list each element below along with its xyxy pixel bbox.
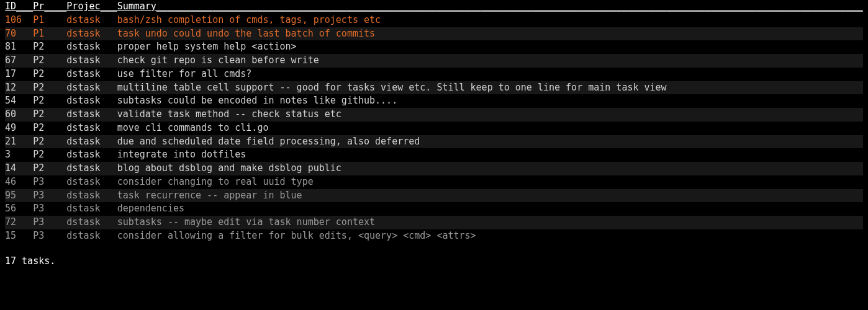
cell-project: dstask [66, 41, 117, 52]
cell-pr: P2 [33, 122, 66, 133]
cell-project: dstask [66, 55, 117, 66]
cell-pr: P2 [33, 82, 66, 93]
table-row[interactable]: 17 P2 dstask use filter for all cmds? [5, 68, 863, 81]
cell-project: dstask [66, 230, 117, 241]
cell-project: dstask [66, 14, 117, 25]
cell-summary: check git repo is clean before write [117, 55, 319, 66]
cell-pr: P3 [33, 203, 66, 214]
cell-pr: P2 [33, 95, 66, 106]
task-list: 106 P1 dstask bash/zsh completion of cmd… [5, 14, 863, 243]
table-row[interactable]: 56 P3 dstask dependencies [5, 202, 863, 216]
table-row[interactable]: 72 P3 dstask subtasks -- maybe edit via … [5, 216, 863, 229]
cell-pr: P2 [33, 136, 66, 147]
cell-pr: P2 [33, 149, 66, 160]
cell-project: dstask [66, 176, 117, 187]
cell-project: dstask [66, 162, 117, 174]
cell-pr: P3 [33, 230, 66, 241]
cell-summary: move cli commands to cli.go [117, 122, 269, 133]
cell-id: 67 [5, 55, 33, 66]
cell-summary: task recurrence -- appear in blue [117, 190, 302, 201]
table-row[interactable]: 95 P3 dstask task recurrence -- appear i… [5, 189, 863, 203]
cell-summary: task undo could undo the last batch of c… [117, 28, 375, 39]
cell-summary: validate task method -- check status etc [117, 108, 341, 120]
cell-id: 46 [5, 176, 33, 187]
table-row[interactable]: 3 P2 dstask integrate into dotfiles [5, 148, 863, 162]
table-row[interactable]: 12 P2 dstask multiline table cell suppor… [5, 81, 863, 95]
table-header: ID___Pr____Projec___Summary_____________… [5, 0, 863, 14]
cell-id: 106 [5, 14, 33, 25]
cell-id: 17 [5, 68, 33, 79]
cell-id: 70 [5, 28, 33, 39]
table-row[interactable]: 21 P2 dstask due and scheduled date fiel… [5, 135, 863, 149]
table-row[interactable]: 106 P1 dstask bash/zsh completion of cmd… [5, 14, 863, 27]
cell-project: dstask [66, 216, 117, 228]
cell-id: 54 [5, 95, 33, 106]
cell-summary: bash/zsh completion of cmds, tags, proje… [117, 14, 381, 25]
col-id: ID [5, 1, 16, 12]
cell-id: 12 [5, 82, 33, 93]
cell-pr: P3 [33, 216, 66, 228]
cell-id: 81 [5, 41, 33, 52]
table-row[interactable]: 14 P2 dstask blog about dsblog and make … [5, 162, 863, 175]
cell-pr: P2 [33, 41, 66, 52]
cell-summary: consider changing to real uuid type [117, 176, 314, 187]
cell-pr: P2 [33, 108, 66, 120]
cell-summary: dependencies [117, 203, 184, 214]
cell-project: dstask [66, 203, 117, 214]
table-row[interactable]: 54 P2 dstask subtasks could be encoded i… [5, 94, 863, 108]
table-row[interactable]: 49 P2 dstask move cli commands to cli.go [5, 122, 863, 135]
cell-id: 14 [5, 162, 33, 174]
table-row[interactable]: 81 P2 dstask proper help system help <ac… [5, 40, 863, 54]
col-pr: Pr [33, 1, 44, 12]
cell-pr: P2 [33, 162, 66, 174]
cell-summary: use filter for all cmds? [117, 68, 252, 79]
cell-project: dstask [66, 108, 117, 120]
cell-id: 56 [5, 203, 33, 214]
cell-project: dstask [66, 95, 117, 106]
cell-project: dstask [66, 122, 117, 133]
cell-project: dstask [66, 68, 117, 79]
cell-summary: subtasks -- maybe edit via task number c… [117, 216, 375, 228]
cell-pr: P3 [33, 190, 66, 201]
cell-project: dstask [66, 190, 117, 201]
table-row[interactable]: 67 P2 dstask check git repo is clean bef… [5, 54, 863, 68]
cell-pr: P1 [33, 28, 66, 39]
cell-id: 21 [5, 136, 33, 147]
cell-project: dstask [66, 136, 117, 147]
cell-summary: subtasks could be encoded in notes like … [117, 95, 398, 106]
col-project: Projec [66, 1, 100, 12]
cell-project: dstask [66, 28, 117, 39]
table-row[interactable]: 70 P1 dstask task undo could undo the la… [5, 27, 863, 41]
table-row[interactable]: 60 P2 dstask validate task method -- che… [5, 108, 863, 122]
cell-id: 95 [5, 190, 33, 201]
cell-id: 15 [5, 230, 33, 241]
task-count: 17 tasks. [5, 255, 863, 268]
cell-summary: integrate into dotfiles [117, 149, 246, 160]
cell-summary: consider allowing a filter for bulk edit… [117, 230, 476, 241]
cell-pr: P2 [33, 68, 66, 79]
cell-id: 60 [5, 108, 33, 120]
cell-summary: multiline table cell support -- good for… [117, 82, 667, 93]
cell-project: dstask [66, 82, 117, 93]
cell-summary: blog about dsblog and make dsblog public [117, 162, 341, 174]
table-row[interactable]: 46 P3 dstask consider changing to real u… [5, 175, 863, 189]
cell-project: dstask [66, 149, 117, 160]
cell-summary: proper help system help <action> [117, 41, 297, 52]
cell-pr: P3 [33, 176, 66, 187]
cell-pr: P1 [33, 14, 66, 25]
cell-id: 72 [5, 216, 33, 228]
cell-summary: due and scheduled date field processing,… [117, 136, 420, 147]
cell-id: 3 [5, 149, 33, 160]
cell-pr: P2 [33, 55, 66, 66]
cell-id: 49 [5, 122, 33, 133]
col-summary: Summary [117, 1, 156, 12]
table-row[interactable]: 15 P3 dstask consider allowing a filter … [5, 229, 863, 243]
